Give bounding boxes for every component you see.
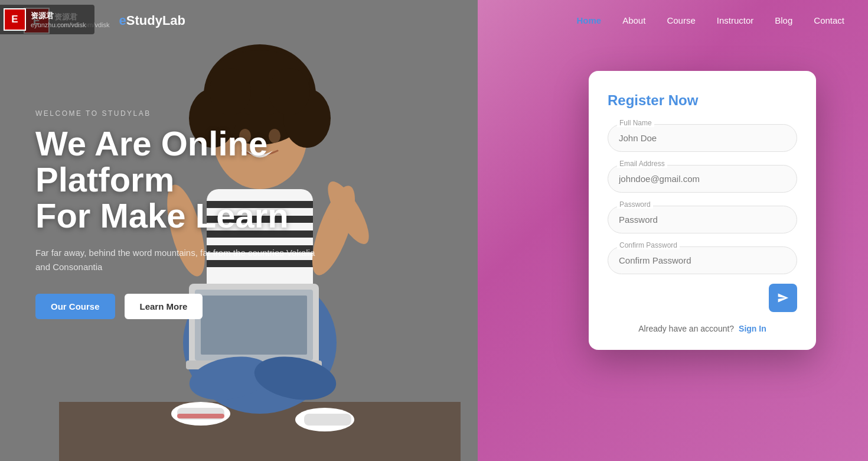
logo-brand: eStudyLab (119, 13, 185, 28)
learn-more-button[interactable]: Learn More (125, 294, 203, 319)
register-card: Register Now Full Name Email Address Pas… (589, 71, 816, 350)
nav-contact[interactable]: Contact (814, 15, 844, 26)
svg-point-14 (269, 68, 310, 115)
confirm-password-input[interactable] (608, 246, 797, 274)
nav-about[interactable]: About (622, 15, 645, 26)
email-label: Email Address (617, 160, 667, 168)
password-input[interactable] (608, 206, 797, 233)
nav-blog[interactable]: Blog (775, 15, 792, 26)
svg-rect-30 (177, 414, 224, 418)
submit-area (608, 284, 797, 312)
svg-rect-29 (304, 414, 351, 426)
fullname-input[interactable] (608, 124, 797, 152)
email-input[interactable] (608, 165, 797, 193)
nav-course[interactable]: Course (667, 15, 695, 26)
password-field: Password (608, 206, 797, 233)
send-icon (777, 292, 789, 304)
submit-button[interactable] (769, 284, 797, 312)
register-title: Register Now (608, 92, 797, 109)
hero-content: WELCOME TO STUDYLAB We Are Online Platfo… (35, 109, 366, 319)
watermark-icon: E (4, 8, 26, 31)
fullname-field: Full Name (608, 124, 797, 152)
nav-instructor[interactable]: Instructor (717, 15, 754, 26)
watermark: E 资源君 eyunzhu.com/vdisk (0, 5, 94, 34)
hero-buttons: Our Course Learn More (35, 294, 366, 319)
svg-point-13 (210, 68, 251, 115)
nav-home[interactable]: Home (576, 15, 601, 26)
email-field: Email Address (608, 165, 797, 193)
signin-text: Already have an account? (638, 324, 734, 333)
hero-title: We Are Online Platform For Make Learn (35, 126, 366, 234)
signin-area: Already have an account? Sign In (608, 319, 797, 333)
watermark-text: 资源君 eyunzhu.com/vdisk (31, 11, 86, 28)
our-course-button[interactable]: Our Course (35, 294, 115, 319)
fullname-label: Full Name (617, 119, 654, 127)
watermark-brand: 资源君 (31, 11, 86, 21)
nav-links: Home About Course Instructor Blog Contac… (576, 15, 844, 26)
password-label: Password (617, 200, 653, 209)
navbar: E 资源君 eyunzhu.com/vdisk eStudyLab Home A… (0, 0, 868, 41)
confirm-password-field: Confirm Password (608, 246, 797, 274)
signin-link[interactable]: Sign In (739, 324, 766, 333)
watermark-url: eyunzhu.com/vdisk (31, 21, 86, 28)
confirm-password-label: Confirm Password (617, 241, 680, 249)
hero-description: Far far away, behind the word mountains,… (35, 246, 331, 275)
hero-subtitle: WELCOME TO STUDYLAB (35, 109, 366, 118)
